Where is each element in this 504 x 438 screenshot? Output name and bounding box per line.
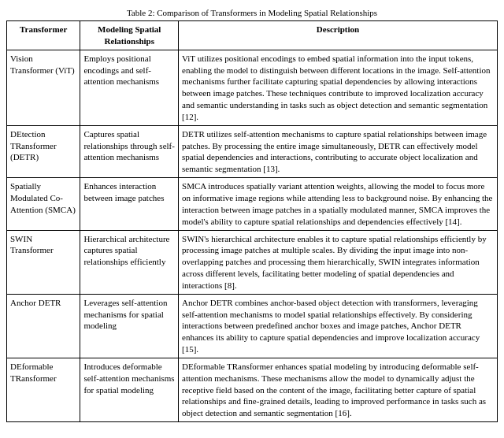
comparison-table: Transformer Modeling Spatial Relationshi… bbox=[6, 20, 498, 422]
table-row: Vision Transformer (ViT)Employs position… bbox=[7, 50, 498, 125]
cell-transformer: Spatially Modulated Co-Attention (SMCA) bbox=[7, 178, 80, 230]
cell-transformer: Vision Transformer (ViT) bbox=[7, 50, 80, 125]
col-header-modeling: Modeling Spatial Relationships bbox=[80, 21, 179, 50]
table-row: DEformable TRansformerIntroduces deforma… bbox=[7, 358, 498, 421]
cell-modeling: Enhances interaction between image patch… bbox=[80, 178, 179, 230]
table-row: SWIN TransformerHierarchical architectur… bbox=[7, 230, 498, 294]
table-row: Spatially Modulated Co-Attention (SMCA)E… bbox=[7, 178, 498, 230]
col-header-description: Description bbox=[179, 21, 498, 50]
cell-description: ViT utilizes positional encodings to emb… bbox=[179, 50, 498, 125]
cell-transformer: DEformable TRansformer bbox=[7, 358, 80, 421]
cell-description: DEformable TRansformer enhances spatial … bbox=[179, 358, 498, 421]
cell-modeling: Leverages self-attention mechanisms for … bbox=[80, 294, 179, 358]
table-row: Anchor DETRLeverages self-attention mech… bbox=[7, 294, 498, 358]
cell-modeling: Captures spatial relationships through s… bbox=[80, 125, 179, 177]
cell-modeling: Employs positional encodings and self-at… bbox=[80, 50, 179, 125]
cell-description: SMCA introduces spatially variant attent… bbox=[179, 178, 498, 230]
cell-transformer: Anchor DETR bbox=[7, 294, 80, 358]
table-title: Table 2: Comparison of Transformers in M… bbox=[6, 8, 498, 17]
cell-description: DETR utilizes self-attention mechanisms … bbox=[179, 125, 498, 177]
cell-modeling: Hierarchical architecture captures spati… bbox=[80, 230, 179, 294]
cell-description: SWIN's hierarchical architecture enables… bbox=[179, 230, 498, 294]
col-header-transformer: Transformer bbox=[7, 21, 80, 50]
cell-transformer: SWIN Transformer bbox=[7, 230, 80, 294]
table-header-row: Transformer Modeling Spatial Relationshi… bbox=[7, 21, 498, 50]
cell-description: Anchor DETR combines anchor-based object… bbox=[179, 294, 498, 358]
cell-transformer: DEtection TRansformer (DETR) bbox=[7, 125, 80, 177]
cell-modeling: Introduces deformable self-attention mec… bbox=[80, 358, 179, 421]
table-row: DEtection TRansformer (DETR)Captures spa… bbox=[7, 125, 498, 177]
